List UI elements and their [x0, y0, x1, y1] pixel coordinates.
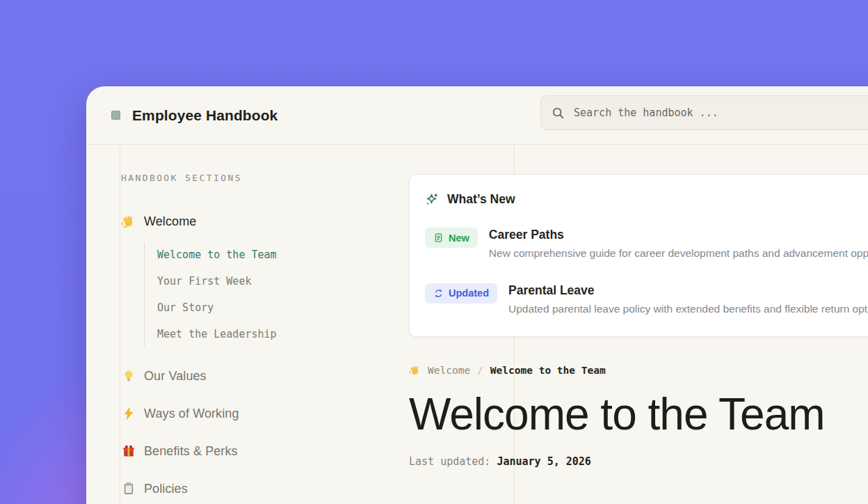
sidebar-item-label: Ways of Working — [144, 407, 239, 421]
app-logo — [111, 111, 120, 120]
sidebar-item-label: Our Values — [144, 369, 207, 384]
breadcrumb-separator: / — [477, 365, 483, 376]
gift-icon — [121, 444, 136, 459]
wave-icon — [121, 214, 136, 229]
news-item-title: Career Paths — [489, 228, 868, 243]
badge-label: Updated — [449, 288, 489, 299]
news-item-title: Parental Leave — [508, 283, 868, 299]
sidebar-item-label: Benefits & Perks — [144, 444, 238, 459]
whats-new-title: What’s New — [447, 192, 515, 207]
app-title: Employee Handbook — [132, 107, 278, 124]
refresh-icon — [433, 288, 444, 299]
document-icon — [433, 233, 444, 243]
search-input[interactable] — [574, 107, 868, 119]
zap-icon — [121, 407, 136, 421]
sparkles-icon — [425, 193, 439, 207]
app-header: Employee Handbook — [86, 86, 868, 145]
updated-badge: Updated — [425, 283, 497, 304]
page-title: Welcome to the Team — [409, 392, 868, 437]
breadcrumb-current-page: Welcome to the Team — [490, 365, 606, 376]
badge-label: New — [449, 233, 469, 244]
app-window: Employee Handbook HANDBOOK SECTIONS — [86, 86, 868, 504]
app-brand: Employee Handbook — [111, 107, 278, 124]
news-item-career-paths[interactable]: New Career Paths New comprehensive guide… — [425, 228, 868, 260]
sidebar-item-label: Welcome — [144, 214, 196, 229]
bulb-icon — [121, 369, 136, 384]
last-updated-label: Last updated: — [409, 455, 490, 468]
main-content: What’s New New — [409, 145, 868, 468]
sidebar-item-label: Policies — [144, 482, 188, 496]
breadcrumb-section[interactable]: Welcome — [428, 365, 470, 376]
search-icon — [552, 107, 565, 120]
sidebar-item-policies[interactable]: Policies — [121, 481, 482, 496]
news-item-parental-leave[interactable]: Updated Parental Leave Updated parental … — [425, 283, 868, 315]
last-updated: Last updated: January 5, 2026 — [409, 455, 868, 468]
whats-new-card: What’s New New — [409, 174, 868, 337]
breadcrumb: Welcome / Welcome to the Team — [409, 365, 868, 377]
wave-icon — [409, 365, 421, 377]
desktop-background: Employee Handbook HANDBOOK SECTIONS — [0, 0, 868, 504]
search-box[interactable] — [540, 95, 868, 130]
last-updated-value: January 5, 2026 — [497, 455, 590, 468]
whats-new-header: What’s New — [425, 192, 868, 207]
news-item-description: Updated parental leave policy with exten… — [508, 303, 868, 315]
news-item-description: New comprehensive guide for career devel… — [489, 247, 868, 260]
new-badge: New — [425, 228, 478, 248]
clipboard-icon — [121, 482, 136, 496]
